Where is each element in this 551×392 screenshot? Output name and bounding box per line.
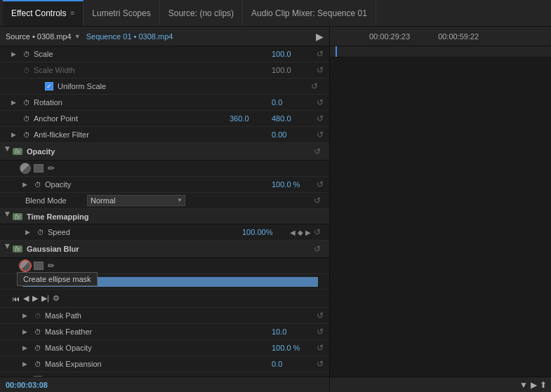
mask-expansion-stopwatch[interactable]: ⏱ xyxy=(32,358,44,370)
blend-mode-select[interactable]: Normal Dissolve Darken xyxy=(87,195,185,206)
scale-reset[interactable]: ↺ xyxy=(314,48,326,60)
mask-track[interactable]: ⚙ xyxy=(52,294,60,303)
anti-flicker-stopwatch[interactable]: ⏱ xyxy=(21,129,32,140)
mask-prev-frame[interactable]: ◀ xyxy=(22,294,29,303)
mask-opacity-value[interactable]: 100.0 % xyxy=(272,344,314,352)
mask-path-stopwatch[interactable]: ⏱ xyxy=(32,310,44,321)
mask-feather-value[interactable]: 10.0 xyxy=(272,327,314,336)
mask-feather-label: Mask Feather xyxy=(44,327,272,336)
export-btn[interactable]: ⬆ xyxy=(540,380,547,390)
timeline-bottom: ▼ ▶ ⬆ xyxy=(330,377,551,392)
gaussian-reset[interactable]: ↺ xyxy=(311,243,324,255)
gaussian-rect-mask-btn[interactable] xyxy=(34,262,44,270)
opacity-stopwatch[interactable]: ⏱ xyxy=(32,179,44,190)
anchor-stopwatch[interactable]: ⏱ xyxy=(21,113,32,124)
timeline-ruler xyxy=(330,46,551,58)
tab-lumetri-scopes[interactable]: Lumetri Scopes xyxy=(84,0,159,26)
anti-flicker-reset[interactable]: ↺ xyxy=(314,128,326,141)
scale-stopwatch[interactable]: ⏱ xyxy=(21,48,32,60)
speed-next-keyframe[interactable]: ▶ xyxy=(305,229,311,236)
mask-path-label: Mask Path xyxy=(44,311,314,320)
main-layout: Source • 0308.mp4 ▼ Sequence 01 • 0308.m… xyxy=(0,27,551,392)
mask-expansion-value[interactable]: 0.0 xyxy=(272,360,314,368)
anchor-value-y[interactable]: 480.0 xyxy=(272,114,314,123)
anchor-value-x[interactable]: 360.0 xyxy=(230,114,272,123)
blend-mode-reset[interactable]: ↺ xyxy=(311,194,324,207)
blend-mode-label: Blend Mode xyxy=(3,196,87,205)
play-btn[interactable]: ▶ xyxy=(531,380,537,390)
left-panel: Source • 0308.mp4 ▼ Sequence 01 • 0308.m… xyxy=(0,27,330,392)
rotation-value[interactable]: 0.0 xyxy=(272,98,314,107)
sequence-label: Sequence 01 • 0308.mp4 xyxy=(86,32,173,41)
speed-add-keyframe[interactable]: ◆ xyxy=(298,229,303,236)
rotation-reset[interactable]: ↺ xyxy=(314,96,326,109)
scale-width-row: ▶ ⏱ Scale Width 100.0 ↺ xyxy=(0,62,329,79)
scale-row: ▶ ⏱ Scale 100.0 ↺ xyxy=(0,46,329,62)
rotation-label: Rotation xyxy=(32,98,272,107)
tab-menu-icon[interactable]: ≡ xyxy=(70,9,74,17)
uniform-scale-checkbox[interactable]: ✓ xyxy=(45,82,53,90)
mask-path-row: ▶ ⏱ Mask Path ↺ xyxy=(0,308,329,324)
tab-source[interactable]: Source: (no clips) xyxy=(160,0,243,26)
scale-expand[interactable]: ▶ xyxy=(11,50,21,58)
mask-opacity-expand[interactable]: ▶ xyxy=(22,344,32,351)
opacity-pen-mask-btn[interactable]: ✏ xyxy=(46,163,56,173)
opacity-expand[interactable]: ▶ xyxy=(4,147,11,156)
opacity-ellipse-mask-btn[interactable] xyxy=(20,163,31,174)
mask-opacity-stopwatch[interactable]: ⏱ xyxy=(32,342,44,353)
gaussian-ellipse-mask-btn[interactable] xyxy=(20,260,31,271)
mask-bar-row xyxy=(0,274,329,290)
speed-expand[interactable]: ▶ xyxy=(25,229,35,236)
mask-feather-stopwatch[interactable]: ⏱ xyxy=(32,326,44,337)
tab-audio-mixer[interactable]: Audio Clip Mixer: Sequence 01 xyxy=(243,0,376,26)
rotation-stopwatch[interactable]: ⏱ xyxy=(21,97,32,108)
playhead[interactable] xyxy=(336,46,337,57)
mask-path-reset[interactable]: ↺ xyxy=(314,309,326,322)
opacity-fx-icons-row: ✏ xyxy=(0,161,329,177)
mask-feather-expand[interactable]: ▶ xyxy=(22,328,32,335)
speed-stopwatch[interactable]: ⏱ xyxy=(35,227,46,238)
timeline-time1: 00:00:29:23 xyxy=(369,32,410,41)
speed-reset[interactable]: ↺ xyxy=(311,226,324,238)
time-remapping-expand[interactable]: ▶ xyxy=(4,212,11,222)
opacity-rect-mask-btn[interactable] xyxy=(34,164,44,173)
scale-width-reset[interactable]: ↺ xyxy=(314,64,326,76)
anchor-reset[interactable]: ↺ xyxy=(314,112,326,125)
gaussian-pen-mask-btn[interactable]: ✏ xyxy=(46,261,56,271)
filter-icon[interactable]: ▼ xyxy=(519,380,528,390)
speed-value[interactable]: 100.00% xyxy=(242,228,284,236)
source-dropdown-arrow[interactable]: ▼ xyxy=(74,33,81,40)
properties-panel: ▶ ⏱ Scale 100.0 ↺ ▶ ⏱ Scale Width 100.0 … xyxy=(0,46,329,377)
mask-path-expand[interactable]: ▶ xyxy=(22,312,32,319)
mask-feather-reset[interactable]: ↺ xyxy=(314,325,326,338)
opacity-value[interactable]: 100.0 % xyxy=(272,180,314,189)
rotation-expand[interactable]: ▶ xyxy=(11,99,21,106)
uniform-scale-reset[interactable]: ↺ xyxy=(308,80,321,93)
mask-next-frame[interactable]: ▶| xyxy=(41,294,50,303)
anti-flicker-expand[interactable]: ▶ xyxy=(11,131,21,138)
opacity-section-reset[interactable]: ↺ xyxy=(311,145,324,158)
tab-effect-controls[interactable]: Effect Controls ≡ xyxy=(3,0,84,26)
opacity-reset[interactable]: ↺ xyxy=(314,178,326,191)
right-panel: 00:00:29:23 00:00:59:22 ▼ ▶ ⬆ xyxy=(330,27,551,392)
speed-arrows: ◀ ◆ ▶ xyxy=(290,229,311,236)
opacity-val-expand[interactable]: ▶ xyxy=(22,181,32,188)
mask-feather-row: ▶ ⏱ Mask Feather 10.0 ↺ xyxy=(0,324,329,340)
gaussian-expand[interactable]: ▶ xyxy=(4,244,11,254)
speed-prev-keyframe[interactable]: ◀ xyxy=(290,229,296,236)
scale-value[interactable]: 100.0 xyxy=(272,50,314,58)
scale-width-label: Scale Width xyxy=(32,66,272,74)
mask-opacity-label: Mask Opacity xyxy=(44,344,272,352)
source-bar: Source • 0308.mp4 ▼ Sequence 01 • 0308.m… xyxy=(0,27,329,46)
scale-width-stopwatch[interactable]: ⏱ xyxy=(21,65,32,76)
mask-expansion-reset[interactable]: ↺ xyxy=(314,358,326,370)
timecode: 00:00:03:08 xyxy=(6,381,48,389)
mask-first-frame[interactable]: ⏮ xyxy=(11,295,20,303)
blend-mode-dropdown-wrap: Normal Dissolve Darken xyxy=(87,195,185,206)
gaussian-fx-badge: fx xyxy=(13,245,22,252)
mask-opacity-reset[interactable]: ↺ xyxy=(314,342,326,354)
nav-arrow[interactable]: ▶ xyxy=(316,31,324,42)
mask-expansion-expand[interactable]: ▶ xyxy=(22,360,32,367)
mask-play[interactable]: ▶ xyxy=(32,294,39,303)
anti-flicker-value[interactable]: 0.00 xyxy=(272,130,314,139)
